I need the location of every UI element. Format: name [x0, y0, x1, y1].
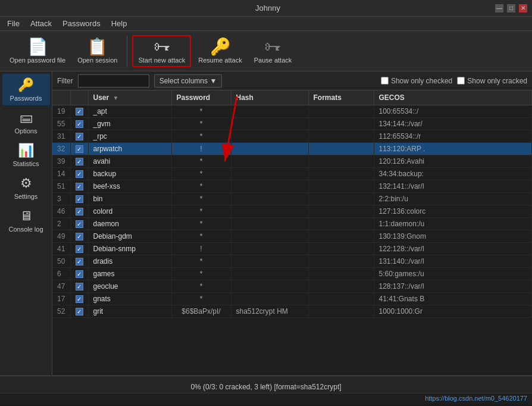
row-checkbox[interactable]: ✓: [70, 118, 88, 130]
minimize-button[interactable]: —: [495, 4, 503, 13]
table-row[interactable]: 46 ✓ colord * 127:136:colorc: [52, 205, 532, 218]
row-num: 19: [52, 105, 70, 118]
col-user[interactable]: User ▼: [88, 90, 171, 105]
row-checkbox[interactable]: ✓: [70, 205, 88, 218]
user-cell: dradis: [88, 255, 171, 268]
table-row[interactable]: 39 ✓ avahi * 120:126:Avahi: [52, 155, 532, 168]
hash-cell: [231, 180, 308, 193]
row-checkbox[interactable]: ✓: [70, 255, 88, 268]
pause-attack-button[interactable]: 🗝 Pause attack: [249, 36, 297, 66]
hash-cell: [231, 118, 308, 130]
open-password-file-button[interactable]: 📄 Open password file: [5, 36, 70, 66]
menu-passwords[interactable]: Passwords: [58, 18, 105, 29]
open-session-icon: 📋: [87, 39, 108, 55]
select-columns-button[interactable]: Select columns ▼: [154, 74, 223, 88]
table-row[interactable]: 49 ✓ Debian-gdm * 130:139:Gnom: [52, 230, 532, 243]
row-checkbox[interactable]: ✓: [70, 243, 88, 255]
gecos-cell: 132:141::/var/l: [374, 180, 532, 193]
user-cell: bin: [88, 193, 171, 205]
row-num: 49: [52, 230, 70, 243]
col-password[interactable]: Password: [171, 90, 231, 105]
table-row[interactable]: 50 ✓ dradis * 131:140::/var/l: [52, 255, 532, 268]
hash-cell: [231, 293, 308, 305]
table-row[interactable]: 3 ✓ bin * 2:2:bin:/u: [52, 193, 532, 205]
row-checkbox[interactable]: ✓: [70, 218, 88, 230]
show-only-checked-checkbox[interactable]: [381, 77, 389, 85]
col-formats[interactable]: Formats: [308, 90, 374, 105]
maximize-button[interactable]: □: [507, 4, 515, 13]
filter-label: Filter: [57, 77, 73, 85]
sidebar-item-console-log[interactable]: 🖥 Console log: [2, 205, 50, 236]
hash-cell: [231, 105, 308, 118]
hash-cell: [231, 155, 308, 168]
show-only-cracked-text: Show only cracked: [467, 77, 527, 85]
col-gecos[interactable]: GECOS: [374, 90, 532, 105]
row-checkbox[interactable]: ✓: [70, 193, 88, 205]
gecos-cell: 120:126:Avahi: [374, 155, 532, 168]
row-checkbox[interactable]: ✓: [70, 280, 88, 293]
password-cell: *: [171, 130, 231, 143]
table-row[interactable]: 6 ✓ games * 5:60:games:/u: [52, 268, 532, 280]
row-checkbox[interactable]: ✓: [70, 168, 88, 180]
url-bar: https://blog.csdn.net/m0_54620177: [0, 393, 532, 404]
menu-file[interactable]: File: [2, 18, 24, 29]
sidebar-item-options[interactable]: 🖴 Options: [2, 107, 50, 138]
row-checkbox[interactable]: ✓: [70, 180, 88, 193]
sidebar: 🔑 Passwords 🖴 Options 📊 Statistics ⚙ Set…: [0, 71, 52, 375]
gecos-cell: 112:65534::/r: [374, 130, 532, 143]
table-row[interactable]: 14 ✓ backup * 34:34:backup:: [52, 168, 532, 180]
table-row[interactable]: 51 ✓ beef-xss * 132:141::/var/l: [52, 180, 532, 193]
check-icon: ✓: [76, 158, 83, 165]
gecos-cell: 34:34:backup:: [374, 168, 532, 180]
row-checkbox[interactable]: ✓: [70, 130, 88, 143]
table-row[interactable]: 17 ✓ gnats * 41:41:Gnats B: [52, 293, 532, 305]
formats-cell: [308, 218, 374, 230]
menu-attack[interactable]: Attack: [26, 18, 57, 29]
close-button[interactable]: ✕: [519, 4, 527, 13]
open-session-button[interactable]: 📋 Open session: [73, 36, 122, 66]
show-only-checked-label[interactable]: Show only checked: [381, 77, 452, 85]
statistics-icon: 📊: [18, 143, 34, 158]
formats-cell: [308, 180, 374, 193]
row-num: 3: [52, 193, 70, 205]
row-checkbox[interactable]: ✓: [70, 305, 88, 318]
row-checkbox[interactable]: ✓: [70, 155, 88, 168]
formats-cell: [308, 230, 374, 243]
open-password-file-label: Open password file: [10, 57, 65, 64]
check-icon: ✓: [76, 270, 83, 278]
row-checkbox[interactable]: ✓: [70, 293, 88, 305]
table-row[interactable]: 2 ✓ daemon * 1:1:daemon:/u: [52, 218, 532, 230]
row-checkbox[interactable]: ✓: [70, 105, 88, 118]
row-checkbox[interactable]: ✓: [70, 268, 88, 280]
table-row[interactable]: 19 ✓ _apt * 100:65534::/: [52, 105, 532, 118]
sidebar-item-statistics[interactable]: 📊 Statistics: [2, 139, 50, 171]
gecos-cell: 1:1:daemon:/u: [374, 218, 532, 230]
row-checkbox[interactable]: ✓: [70, 230, 88, 243]
sidebar-item-settings[interactable]: ⚙ Settings: [2, 172, 50, 204]
table-row[interactable]: 32 ✓ arpwatch ! 113:120:ARP .: [52, 143, 532, 155]
table-row[interactable]: 41 ✓ Debian-snmp ! 122:128::/var/l: [52, 243, 532, 255]
show-only-cracked-label[interactable]: Show only cracked: [457, 77, 527, 85]
col-hash[interactable]: Hash: [231, 90, 308, 105]
table-row[interactable]: 47 ✓ geoclue * 128:137::/var/l: [52, 280, 532, 293]
table-row[interactable]: 52 ✓ grit $6$BaPx/pI/ sha512crypt HM 100…: [52, 305, 532, 318]
user-cell: gnats: [88, 293, 171, 305]
start-new-attack-button[interactable]: 🗝 Start new attack: [132, 35, 191, 67]
row-checkbox[interactable]: ✓: [70, 143, 88, 155]
resume-attack-button[interactable]: 🔑 Resume attack: [193, 36, 246, 66]
console-log-icon: 🖥: [20, 208, 33, 224]
password-cell: *: [171, 218, 231, 230]
show-only-cracked-checkbox[interactable]: [457, 77, 465, 85]
toolbar: 📄 Open password file 📋 Open session 🗝 St…: [0, 31, 532, 71]
table-row[interactable]: 55 ✓ _gvm * 134:144::/var/: [52, 118, 532, 130]
password-table-container[interactable]: User ▼ Password Hash Formats: [52, 90, 532, 375]
sidebar-item-passwords[interactable]: 🔑 Passwords: [2, 74, 50, 105]
row-num: 55: [52, 118, 70, 130]
options-icon: 🖴: [20, 110, 33, 126]
table-row[interactable]: 31 ✓ _rpc * 112:65534::/r: [52, 130, 532, 143]
password-cell: *: [171, 230, 231, 243]
hash-cell: [231, 130, 308, 143]
filter-input[interactable]: [78, 74, 149, 88]
menu-help[interactable]: Help: [107, 18, 132, 29]
gecos-cell: 100:65534::/: [374, 105, 532, 118]
